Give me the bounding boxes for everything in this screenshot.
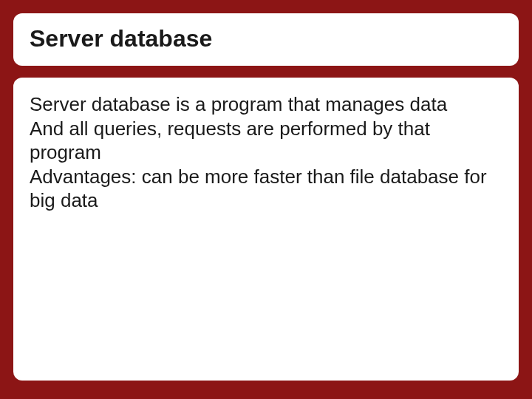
title-box: Server database [13, 13, 519, 66]
body-line-2: And all queries, requests are performed … [30, 117, 502, 165]
content-box: Server database is a program that manage… [13, 78, 519, 381]
body-line-3: Advantages: can be more faster than file… [30, 165, 502, 213]
slide-title: Server database [30, 25, 502, 52]
body-line-1: Server database is a program that manage… [30, 92, 502, 117]
